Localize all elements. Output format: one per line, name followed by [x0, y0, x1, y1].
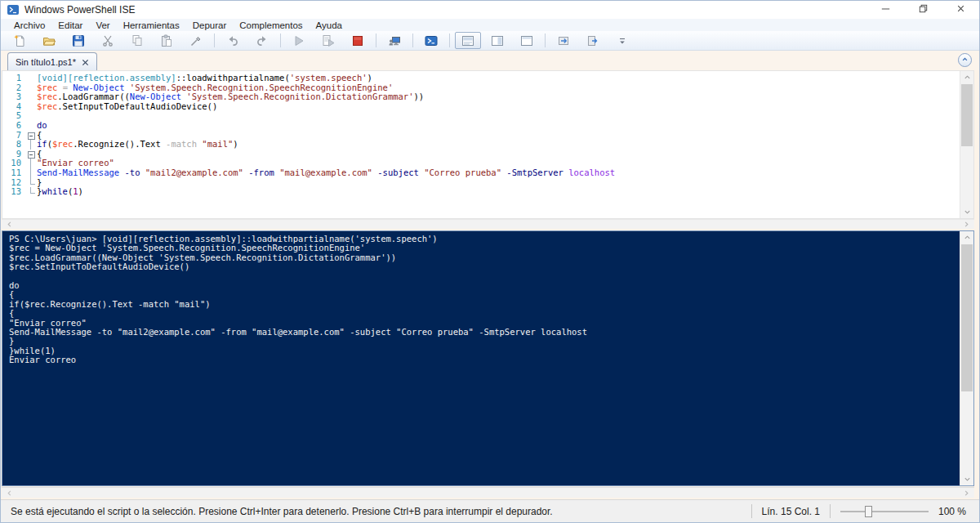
cursor-position: Lín. 15 Col. 1 — [762, 506, 820, 517]
menu-complementos[interactable]: Complementos — [233, 20, 309, 30]
line-number: 4 — [2, 102, 27, 112]
cut-button[interactable] — [95, 32, 121, 49]
line-number: 7 — [2, 131, 27, 141]
fold-guide — [27, 111, 37, 121]
show-console-pane-button[interactable] — [580, 32, 606, 49]
script-tab-label: Sin título1.ps1* — [16, 57, 76, 67]
menu-ver[interactable]: Ver — [89, 20, 116, 30]
toolbar-separator — [376, 34, 376, 47]
fold-guide — [27, 74, 37, 83]
line-number: 5 — [2, 111, 27, 121]
layout-right-icon — [491, 34, 504, 47]
new-remote-powershell-tab-button[interactable] — [381, 32, 408, 49]
console-pane[interactable]: PS C:\Users\juan> [void][reflection.asse… — [2, 230, 974, 486]
editor-line[interactable]: 8if($rec.Recognize().Text -match "mail") — [2, 140, 959, 150]
zoom-slider-thumb[interactable] — [865, 506, 872, 517]
redo-button[interactable] — [249, 32, 275, 49]
editor-horizontal-scrollbar[interactable] — [2, 219, 974, 229]
close-button[interactable] — [942, 1, 979, 19]
fold-guide — [27, 121, 37, 131]
console-horizontal-scrollbar[interactable] — [2, 487, 974, 498]
console-line: } — [9, 337, 957, 346]
editor-code: 1[void][reflection.assembly]::loadwithpa… — [2, 74, 959, 197]
restore-icon — [917, 2, 929, 17]
scroll-right-icon[interactable] — [960, 488, 973, 498]
fold-guide — [27, 140, 37, 150]
toolbar-overflow-button[interactable] — [609, 32, 635, 49]
layout-script-max-button[interactable] — [514, 32, 540, 49]
clear-console-button[interactable] — [183, 32, 209, 49]
console-line: }while(1) — [9, 346, 957, 355]
console-scroll-thumb[interactable] — [961, 244, 973, 391]
scroll-up-icon[interactable] — [960, 231, 973, 244]
editor-line[interactable]: 12} — [2, 178, 959, 188]
line-number: 11 — [2, 168, 27, 178]
editor-line[interactable]: 5 — [2, 111, 959, 121]
new-script-button[interactable] — [7, 32, 33, 49]
console-line: { — [9, 309, 957, 318]
menu-editar[interactable]: Editar — [51, 20, 89, 30]
scroll-down-icon[interactable] — [960, 473, 973, 485]
zoom-level: 100 % — [938, 506, 969, 517]
paste-button[interactable] — [154, 32, 180, 49]
scroll-left-icon[interactable] — [3, 488, 16, 498]
script-tab[interactable]: Sin título1.ps1* — [7, 52, 97, 70]
copy-button[interactable] — [124, 32, 150, 49]
save-icon — [72, 34, 85, 47]
menu-ayuda[interactable]: Ayuda — [310, 20, 349, 30]
scroll-down-icon[interactable] — [960, 206, 973, 218]
scroll-up-icon[interactable] — [960, 71, 973, 83]
save-button[interactable] — [65, 32, 91, 49]
console-line: if($rec.Recognize().Text -match "mail") — [9, 300, 957, 309]
start-powershell-button[interactable] — [418, 32, 444, 49]
powershell-ise-window: Windows PowerShell ISE ArchivoEditarVerH… — [0, 0, 980, 523]
zoom-slider[interactable] — [840, 505, 929, 518]
editor-line[interactable]: 11Send-MailMessage -to "mail2@example.co… — [2, 168, 959, 178]
fold-toggle-icon[interactable] — [27, 150, 37, 159]
script-editor-pane: 1[void][reflection.assembly]::loadwithpa… — [2, 70, 974, 229]
fold-guide — [27, 102, 37, 112]
collapse-script-pane-button[interactable] — [958, 53, 972, 67]
zoom-slider-track — [840, 511, 929, 512]
menu-herramientas[interactable]: Herramientas — [117, 20, 186, 30]
editor-line[interactable]: 6do — [2, 121, 959, 131]
tab-close-icon[interactable] — [82, 58, 89, 65]
fold-guide — [27, 168, 37, 178]
minimize-button[interactable] — [866, 1, 904, 19]
fold-toggle-icon[interactable] — [27, 131, 37, 141]
show-script-pane-button[interactable] — [550, 32, 577, 49]
run-selection-button[interactable] — [315, 32, 341, 49]
status-right: Lín. 15 Col. 1 100 % — [751, 504, 969, 518]
toolbar-separator — [280, 34, 281, 47]
console-line: Send-MailMessage -to "mail2@example.com"… — [9, 328, 957, 337]
scroll-right-icon[interactable] — [960, 220, 973, 229]
layout-top-icon — [461, 34, 474, 47]
editor-view[interactable]: 1[void][reflection.assembly]::loadwithpa… — [2, 70, 974, 219]
cut-icon — [101, 34, 114, 47]
layout-script-top-button[interactable] — [455, 32, 481, 49]
editor-line[interactable]: 4$rec.SetInputToDefaultAudioDevice() — [2, 102, 959, 112]
stop-operation-button[interactable] — [345, 32, 371, 49]
layout-max-icon — [520, 34, 533, 47]
editor-line[interactable]: 9{ — [2, 150, 959, 159]
toolbar — [1, 31, 979, 51]
layout-script-right-button[interactable] — [484, 32, 510, 49]
scroll-left-icon[interactable] — [3, 220, 16, 229]
run-script-button[interactable] — [286, 32, 312, 49]
editor-vertical-scrollbar[interactable] — [960, 71, 973, 218]
open-script-button[interactable] — [36, 32, 62, 49]
status-separator — [830, 504, 831, 518]
undo-button[interactable] — [220, 32, 246, 49]
menu-archivo[interactable]: Archivo — [7, 20, 51, 30]
clear-console-icon — [189, 34, 203, 47]
editor-scroll-thumb[interactable] — [961, 84, 973, 146]
console-vertical-scrollbar[interactable] — [960, 231, 973, 485]
restore-button[interactable] — [904, 1, 942, 19]
status-bar: Se está ejecutando el script o la selecc… — [1, 499, 979, 522]
fold-guide — [27, 178, 37, 188]
line-number: 8 — [2, 140, 27, 150]
editor-line[interactable]: 13}while(1) — [2, 187, 959, 197]
menu-depurar[interactable]: Depurar — [186, 20, 234, 30]
fold-guide — [27, 92, 37, 102]
fold-guide — [27, 187, 37, 197]
